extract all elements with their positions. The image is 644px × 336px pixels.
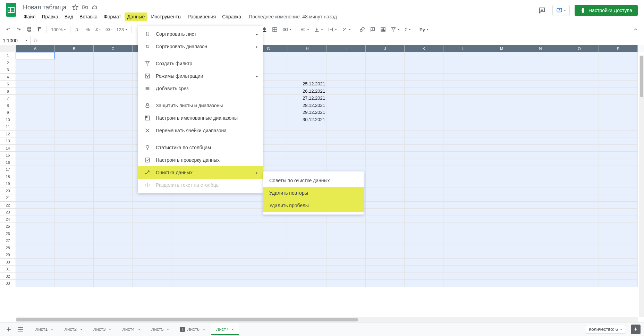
format-percent-button[interactable]: % [83, 25, 93, 34]
row-header[interactable]: 32 [0, 273, 16, 280]
menuitem-create-filter[interactable]: Создать фильтр [138, 57, 263, 70]
row-header[interactable]: 11 [0, 123, 16, 131]
increase-decimal-button[interactable]: .00→ [104, 25, 113, 34]
cell[interactable] [249, 244, 288, 252]
cell[interactable] [482, 244, 521, 252]
vertical-align-button[interactable] [312, 27, 325, 32]
cell[interactable] [560, 131, 599, 138]
cell[interactable] [210, 223, 249, 230]
cell[interactable] [482, 116, 521, 124]
row-header[interactable]: 30 [0, 259, 16, 266]
cell[interactable] [327, 159, 366, 166]
cell[interactable] [599, 216, 638, 223]
cell[interactable] [405, 216, 443, 223]
cell[interactable] [599, 173, 638, 180]
cell[interactable] [443, 74, 482, 81]
cell[interactable] [405, 116, 443, 124]
menuitem-filter-views[interactable]: Режимы фильтрации▸ [138, 70, 263, 82]
cell[interactable] [521, 230, 560, 237]
cell[interactable] [366, 223, 405, 230]
cell[interactable]: 26.12.2021 [288, 88, 327, 95]
cell[interactable] [94, 223, 133, 230]
cell[interactable] [521, 81, 560, 88]
cell[interactable] [521, 95, 560, 102]
cell[interactable] [210, 194, 249, 202]
more-formats-button[interactable]: 123 [114, 27, 129, 32]
cell[interactable] [133, 194, 171, 202]
cell[interactable] [521, 244, 560, 252]
cell[interactable] [560, 273, 599, 280]
column-header[interactable]: N [521, 45, 560, 52]
menuitem-randomize-range[interactable]: Перемешать ячейки диапазона [138, 124, 263, 137]
cell[interactable] [133, 223, 171, 230]
horizontal-align-button[interactable] [298, 27, 311, 32]
cell[interactable] [94, 137, 133, 145]
share-button[interactable]: Настройки Доступа [575, 5, 638, 16]
cell[interactable] [249, 259, 288, 266]
functions-button[interactable]: Σ [402, 27, 413, 32]
cell[interactable] [210, 216, 249, 223]
menu-edit[interactable]: Правка [39, 12, 61, 21]
cell[interactable] [482, 137, 521, 145]
cell[interactable] [443, 216, 482, 223]
row-header[interactable]: 5 [0, 81, 16, 88]
cell[interactable] [16, 194, 55, 202]
row-header[interactable]: 2 [0, 59, 16, 67]
cell[interactable] [405, 88, 443, 95]
cell[interactable] [521, 194, 560, 202]
row-header[interactable]: 3 [0, 66, 16, 74]
submenuitem-cleanup-suggestions[interactable]: Советы по очистке данных [263, 174, 364, 187]
cell[interactable] [599, 109, 638, 116]
cell[interactable] [55, 95, 94, 102]
cell[interactable] [560, 180, 599, 187]
menu-help[interactable]: Справка [219, 12, 244, 21]
cell[interactable] [443, 152, 482, 159]
cell[interactable] [55, 187, 94, 195]
star-icon[interactable] [72, 4, 78, 10]
cell[interactable] [482, 109, 521, 116]
cell[interactable] [482, 251, 521, 259]
cell[interactable] [171, 259, 210, 266]
cell[interactable] [599, 66, 638, 74]
cell[interactable] [366, 109, 405, 116]
cell[interactable] [94, 237, 133, 244]
cell[interactable] [16, 266, 55, 273]
document-title[interactable]: Новая таблица [21, 3, 69, 12]
move-folder-icon[interactable] [82, 4, 88, 10]
cell[interactable] [171, 230, 210, 237]
cell[interactable] [55, 152, 94, 159]
cell[interactable] [16, 159, 55, 166]
cell[interactable] [405, 173, 443, 180]
cell[interactable] [521, 237, 560, 244]
collapse-toolbar-button[interactable] [631, 25, 641, 34]
submenuitem-remove-duplicates[interactable]: Удалить повторы [263, 187, 364, 199]
cell[interactable] [366, 230, 405, 237]
cell[interactable] [443, 166, 482, 173]
cell[interactable] [366, 81, 405, 88]
cell[interactable] [16, 273, 55, 280]
cell[interactable] [55, 102, 94, 109]
row-header[interactable]: 7 [0, 95, 16, 102]
cell[interactable] [521, 66, 560, 74]
cell[interactable] [405, 145, 443, 152]
cell[interactable] [171, 273, 210, 280]
cell[interactable] [482, 159, 521, 166]
cell[interactable] [599, 237, 638, 244]
cell[interactable] [55, 166, 94, 173]
cell[interactable] [599, 194, 638, 202]
cell[interactable] [482, 102, 521, 109]
app-logo[interactable] [4, 3, 18, 17]
cell[interactable] [405, 102, 443, 109]
cell[interactable] [94, 180, 133, 187]
cell[interactable] [482, 74, 521, 81]
cell[interactable] [55, 244, 94, 252]
menuitem-sort-sheet[interactable]: ⇅Сортировать лист▸ [138, 28, 263, 40]
cell[interactable] [521, 52, 560, 59]
cell[interactable] [55, 209, 94, 216]
cell[interactable] [94, 244, 133, 252]
row-header[interactable]: 17 [0, 166, 16, 173]
cell[interactable] [405, 202, 443, 209]
cell[interactable] [443, 66, 482, 74]
cell[interactable] [560, 237, 599, 244]
cell[interactable] [366, 194, 405, 202]
